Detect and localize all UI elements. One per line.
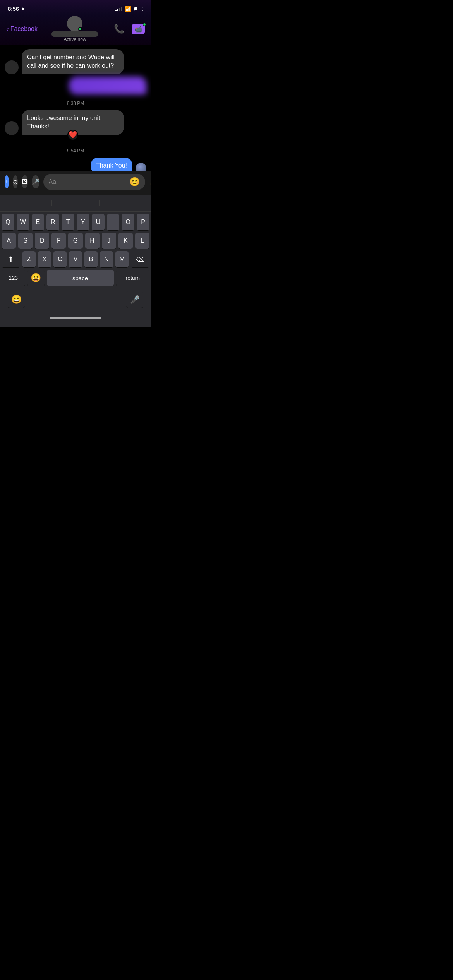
delete-key[interactable]: ⌫ (131, 251, 149, 267)
emoji-bottom-key[interactable]: 😀 (8, 291, 25, 308)
keyboard-suggest-bar (0, 195, 151, 212)
thumbs-up-icon: 👍 (149, 176, 151, 188)
key-i[interactable]: I (107, 214, 120, 230)
reaction-heart: ❤️ (67, 130, 78, 140)
status-left: 8:56 ➤ (8, 5, 26, 12)
battery-icon (134, 7, 143, 11)
keyboard: Q W E R T Y U I O P A S D F G H J K L ⬆ … (0, 195, 151, 327)
message-row (5, 77, 146, 94)
back-label: Facebook (10, 26, 38, 33)
timestamp: 8:38 PM (5, 101, 146, 106)
contact-name-blur (51, 31, 98, 37)
photo-icon: 🖼 (22, 178, 28, 185)
key-v[interactable]: V (69, 251, 82, 267)
message-input[interactable] (49, 178, 126, 185)
active-dot (78, 27, 82, 31)
mic-icon: 🎤 (32, 178, 39, 186)
nav-actions: 📞 📹 (112, 22, 145, 36)
key-t[interactable]: T (62, 214, 74, 230)
wifi-icon: 📶 (125, 6, 131, 12)
plus-icon: + (5, 178, 9, 186)
avatar (5, 60, 19, 74)
message-text: Thank You! (96, 162, 127, 169)
timestamp: 8:54 PM (5, 148, 146, 154)
key-x[interactable]: X (38, 251, 51, 267)
key-y[interactable]: Y (77, 214, 89, 230)
contact-name-row (51, 31, 98, 37)
key-u[interactable]: U (92, 214, 105, 230)
status-bar: 8:56 ➤ 📶 (0, 0, 151, 14)
key-d[interactable]: D (35, 233, 49, 249)
emoji-button[interactable]: 😊 (129, 177, 140, 187)
key-j[interactable]: J (102, 233, 116, 249)
active-status: Active now (63, 37, 86, 42)
input-bar: + ⊙ 🖼 🎤 😊 👍 (0, 171, 151, 195)
keyboard-row-2: A S D F G H J K L (0, 230, 151, 249)
camera-button[interactable]: ⊙ (13, 175, 18, 188)
key-r[interactable]: R (46, 214, 59, 230)
key-a[interactable]: A (2, 233, 16, 249)
chat-area: Can't get number and Wade will call and … (0, 45, 151, 171)
home-bar (50, 317, 101, 319)
key-k[interactable]: K (118, 233, 133, 249)
message-bubble: Can't get number and Wade will call and … (22, 49, 124, 74)
status-time: 8:56 (8, 5, 19, 12)
text-input-wrap[interactable]: 😊 (43, 174, 145, 190)
numbers-key[interactable]: 123 (2, 270, 25, 286)
signal-icon (115, 7, 122, 11)
key-m[interactable]: M (115, 251, 129, 267)
video-active-dot (143, 23, 146, 26)
key-l[interactable]: L (135, 233, 149, 249)
key-o[interactable]: O (122, 214, 134, 230)
keyboard-bottom-row: 123 😀 space return (0, 267, 151, 288)
video-call-button[interactable]: 📹 (132, 24, 145, 34)
suggest-item-left[interactable] (4, 200, 52, 206)
message-row: Thank You! (5, 158, 146, 171)
key-s[interactable]: S (18, 233, 33, 249)
home-indicator-area (0, 314, 151, 327)
video-icon: 📹 (134, 26, 142, 33)
key-b[interactable]: B (84, 251, 98, 267)
emoji-keyboard-key[interactable]: 😀 (27, 270, 45, 286)
back-button[interactable]: ‹ Facebook (6, 25, 38, 34)
avatar (67, 16, 82, 31)
message-text: Looks awesome in my unit. Thanks! (27, 115, 102, 130)
message-bubble-blurred (69, 77, 146, 94)
space-key[interactable]: space (47, 270, 114, 286)
key-w[interactable]: W (17, 214, 29, 230)
keyboard-row-1: Q W E R T Y U I O P (0, 212, 151, 230)
key-g[interactable]: G (68, 233, 82, 249)
suggest-item-middle[interactable] (52, 200, 100, 206)
message-bubble: Looks awesome in my unit. Thanks! ❤️ (22, 110, 124, 135)
contact-info[interactable]: Active now (51, 16, 98, 42)
mic-bottom-key[interactable]: 🎤 (126, 291, 143, 308)
suggest-item-right[interactable] (100, 200, 147, 206)
like-button[interactable]: 👍 (149, 176, 151, 188)
shift-key[interactable]: ⬆ (2, 251, 20, 267)
phone-icon: 📞 (114, 24, 124, 34)
key-c[interactable]: C (53, 251, 67, 267)
add-button[interactable]: + (5, 175, 9, 188)
message-row: Can't get number and Wade will call and … (5, 49, 146, 74)
avatar (136, 163, 146, 171)
key-e[interactable]: E (32, 214, 45, 230)
return-key[interactable]: return (116, 270, 149, 286)
chevron-left-icon: ‹ (6, 25, 9, 34)
key-p[interactable]: P (137, 214, 149, 230)
key-h[interactable]: H (85, 233, 100, 249)
key-z[interactable]: Z (22, 251, 36, 267)
key-f[interactable]: F (51, 233, 66, 249)
keyboard-accessory-row: 😀 🎤 (0, 288, 151, 314)
message-row: Looks awesome in my unit. Thanks! ❤️ (5, 110, 146, 135)
key-q[interactable]: Q (2, 214, 14, 230)
photo-button[interactable]: 🖼 (22, 175, 28, 188)
keyboard-row-3: ⬆ Z X C V B N M ⌫ (0, 249, 151, 267)
key-n[interactable]: N (100, 251, 113, 267)
message-text: Can't get number and Wade will call and … (27, 54, 115, 69)
location-arrow-icon: ➤ (21, 6, 26, 12)
message-bubble: Thank You! (91, 158, 132, 171)
avatar (5, 121, 19, 135)
mic-button[interactable]: 🎤 (32, 175, 39, 188)
status-right: 📶 (115, 6, 143, 12)
phone-call-button[interactable]: 📞 (112, 22, 125, 36)
